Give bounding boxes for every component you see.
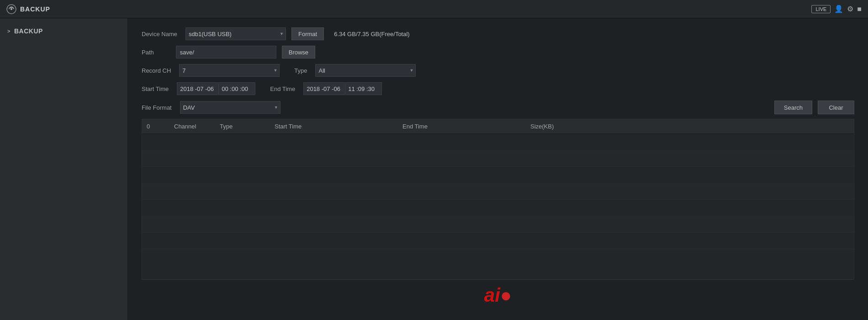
start-time-input[interactable]: [218, 84, 255, 94]
wm-char-p: ●: [500, 284, 512, 306]
record-ch-row: Record CH 7 Type All: [142, 64, 854, 77]
sidebar-arrow: >: [7, 28, 11, 34]
record-ch-select-wrapper: 7: [179, 64, 280, 77]
wm-char-i: i: [495, 284, 500, 306]
table-row[interactable]: [142, 183, 854, 200]
end-time-group: [303, 82, 382, 95]
clear-button[interactable]: Clear: [818, 101, 854, 114]
col-start-time: Start Time: [270, 123, 398, 130]
table-row[interactable]: [142, 216, 854, 233]
wm-char-a: a: [484, 284, 495, 306]
path-row: Path Browse: [142, 46, 854, 59]
device-name-select-wrapper: sdb1(USB USB): [185, 27, 286, 40]
col-index: 0: [142, 123, 169, 130]
main-content: Device Name sdb1(USB USB) Format 6.34 GB…: [128, 18, 868, 320]
record-ch-select[interactable]: 7: [179, 64, 280, 77]
browse-button[interactable]: Browse: [282, 46, 315, 59]
col-size: Size(KB): [526, 123, 608, 130]
table-row[interactable]: [142, 200, 854, 216]
start-date-input[interactable]: [177, 84, 218, 94]
main-layout: > BACKUP Device Name sdb1(USB USB) Forma…: [0, 18, 868, 320]
sidebar-item-backup[interactable]: > BACKUP: [0, 23, 127, 39]
user-icon[interactable]: 👤: [834, 5, 843, 13]
watermark-text: ai●: [484, 284, 512, 306]
col-extra: [608, 123, 854, 130]
form-container: Device Name sdb1(USB USB) Format 6.34 GB…: [142, 27, 854, 114]
table-row[interactable]: [142, 167, 854, 183]
path-input[interactable]: [176, 46, 276, 59]
file-format-row: File Format DAV Search Clear: [142, 101, 854, 114]
app-title: BACKUP: [20, 5, 50, 13]
file-format-select[interactable]: DAV: [180, 101, 281, 114]
table-row[interactable]: [142, 150, 854, 167]
start-time-label: Start Time: [142, 85, 171, 92]
device-name-row: Device Name sdb1(USB USB) Format 6.34 GB…: [142, 27, 854, 40]
logo-icon: [6, 4, 16, 14]
file-format-select-wrapper: DAV: [180, 101, 281, 114]
live-badge: LIVE: [811, 5, 831, 13]
file-format-label: File Format: [142, 104, 175, 111]
table-row[interactable]: [142, 134, 854, 150]
path-label: Path: [142, 49, 170, 56]
sidebar: > BACKUP: [0, 18, 128, 320]
top-bar-right: LIVE 👤 ⚙ ■: [811, 5, 862, 13]
watermark: ai●: [142, 280, 854, 311]
end-time-input[interactable]: [345, 84, 381, 94]
start-time-group: [177, 82, 255, 95]
results-table: 0 Channel Type Start Time End Time Size(…: [142, 119, 854, 280]
end-time-label: End Time: [270, 85, 298, 92]
time-row: Start Time End Time: [142, 82, 854, 95]
type-select[interactable]: All: [315, 64, 416, 77]
sidebar-item-label: BACKUP: [14, 27, 43, 35]
format-button[interactable]: Format: [291, 27, 324, 40]
top-bar: BACKUP LIVE 👤 ⚙ ■: [0, 0, 868, 18]
col-type: Type: [215, 123, 270, 130]
end-date-input[interactable]: [304, 84, 345, 94]
table-body: [142, 134, 854, 276]
storage-info: 6.34 GB/7.35 GB(Free/Total): [334, 31, 409, 37]
search-button[interactable]: Search: [774, 101, 812, 114]
table-row[interactable]: [142, 233, 854, 249]
table-header: 0 Channel Type Start Time End Time Size(…: [142, 119, 854, 134]
grid-icon[interactable]: ■: [857, 5, 862, 13]
svg-point-1: [11, 8, 12, 10]
type-select-wrapper: All: [315, 64, 416, 77]
device-name-label: Device Name: [142, 31, 180, 37]
record-ch-label: Record CH: [142, 67, 174, 74]
device-name-select[interactable]: sdb1(USB USB): [185, 27, 286, 40]
col-end-time: End Time: [398, 123, 526, 130]
col-channel: Channel: [169, 123, 215, 130]
app-logo: BACKUP: [6, 4, 50, 14]
type-label: Type: [294, 67, 310, 74]
settings-icon[interactable]: ⚙: [847, 5, 853, 13]
